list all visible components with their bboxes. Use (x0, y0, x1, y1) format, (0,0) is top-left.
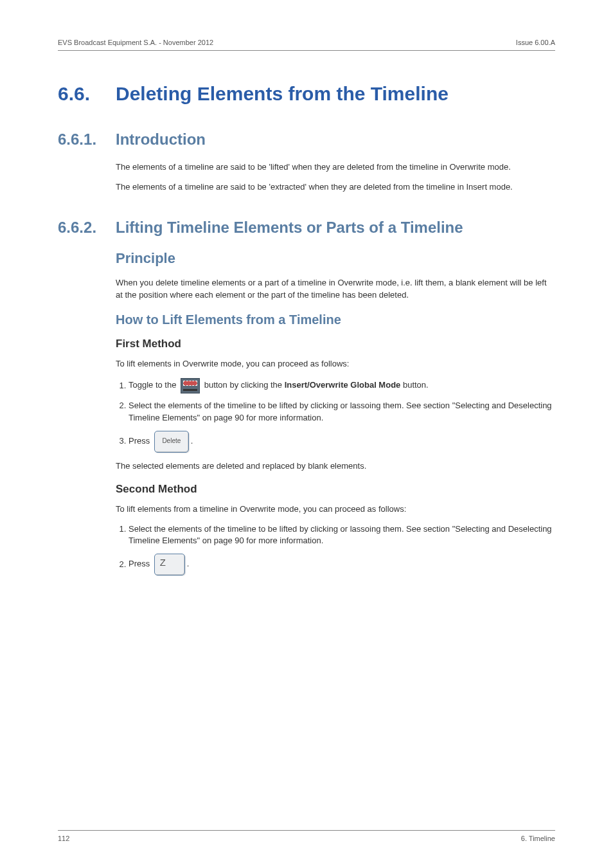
heading-title: Lifting Timeline Elements or Parts of a … (116, 219, 463, 236)
intro-p1: The elements of a timeline are said to b… (116, 161, 555, 174)
second-method-step-2: Press Z. (129, 554, 555, 575)
heading-title: Introduction (116, 131, 206, 148)
heading-number: 6.6.2. (58, 218, 116, 237)
page-footer: 112 6. Timeline (58, 830, 555, 842)
first-method-steps: Toggle to the button by clicking the Ins… (116, 378, 555, 453)
header-left: EVS Broadcast Equipment S.A. - November … (58, 39, 213, 46)
section-6-6-2: 6.6.2.Lifting Timeline Elements or Parts… (58, 218, 555, 576)
overwrite-mode-icon (181, 378, 200, 393)
page-header: EVS Broadcast Equipment S.A. - November … (58, 39, 555, 51)
first-method-step-3: Press Delete. (129, 431, 555, 453)
first-method-intro: To lift elements in Overwrite mode, you … (116, 358, 555, 370)
lifting-content: Principle When you delete timeline eleme… (116, 250, 555, 576)
heading-number: 6.6.1. (58, 131, 116, 149)
step1-suffix: button. (400, 381, 428, 390)
intro-p2: The elements of a timeline are said to b… (116, 181, 555, 194)
intro-content: The elements of a timeline are said to b… (116, 161, 555, 194)
principle-heading: Principle (116, 250, 555, 267)
header-right: Issue 6.00.A (516, 39, 555, 46)
delete-key-icon: Delete (154, 431, 189, 453)
heading-title: Deleting Elements from the Timeline (116, 83, 449, 104)
second-method-step-1: Select the elements of the timeline to b… (129, 523, 555, 548)
footer-page-number: 112 (58, 835, 69, 842)
step2-prefix: Press (129, 559, 152, 569)
heading-6-6-1: 6.6.1.Introduction (58, 131, 555, 149)
heading-6-6: 6.6.Deleting Elements from the Timeline (58, 83, 555, 105)
principle-text: When you delete timeline elements or a p… (116, 277, 555, 302)
step1-mid: button by clicking the (202, 381, 285, 390)
step3-suffix: . (191, 436, 193, 446)
heading-number: 6.6. (58, 83, 116, 105)
heading-6-6-2: 6.6.2.Lifting Timeline Elements or Parts… (58, 218, 555, 237)
step1-bold: Insert/Overwrite Global Mode (285, 381, 401, 390)
second-method-steps: Select the elements of the timeline to b… (116, 523, 555, 576)
section-6-6-1: 6.6.1.Introduction The elements of a tim… (58, 131, 555, 194)
step2-suffix: . (187, 559, 190, 569)
second-method-heading: Second Method (116, 483, 555, 496)
z-key-icon: Z (154, 554, 185, 575)
second-method-intro: To lift elements from a timeline in Over… (116, 503, 555, 516)
step1-prefix: Toggle to the (129, 381, 179, 390)
first-method-step-2: Select the elements of the timeline to b… (129, 400, 555, 424)
first-method-step-1: Toggle to the button by clicking the Ins… (129, 378, 555, 393)
footer-section: 6. Timeline (521, 835, 555, 842)
page: EVS Broadcast Equipment S.A. - November … (0, 0, 613, 868)
first-method-heading: First Method (116, 338, 555, 350)
first-method-result: The selected elements are deleted and re… (116, 460, 555, 473)
howto-heading: How to Lift Elements from a Timeline (116, 312, 555, 327)
section-6-6: 6.6.Deleting Elements from the Timeline (58, 83, 555, 105)
step3-prefix: Press (129, 436, 152, 446)
